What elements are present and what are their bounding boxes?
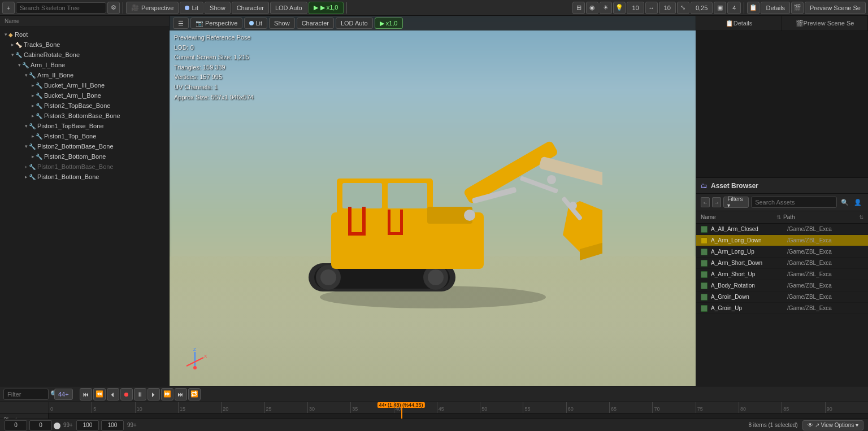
- preview-icon[interactable]: 🎬: [791, 2, 804, 14]
- step-prev-button[interactable]: ⏴: [107, 388, 119, 400]
- character-vp-label: Character: [302, 20, 329, 27]
- num1-btn[interactable]: 10: [627, 2, 644, 14]
- add-button[interactable]: +: [2, 2, 15, 14]
- tree-item-piston1top[interactable]: ▾ 🔧 Piston1_TopBase_Bone: [0, 121, 169, 131]
- asset-item-7[interactable]: A_Groin_Up/Game/ZBL_Exca: [696, 303, 868, 314]
- grid-num: 10: [632, 5, 639, 11]
- scale-icon[interactable]: ⤡: [677, 2, 689, 14]
- asset-search-input[interactable]: [751, 197, 837, 208]
- grid-icon[interactable]: ⊞: [572, 2, 585, 14]
- asset-item-3[interactable]: A_Arm_Short_Down/Game/ZBL_Exca: [696, 258, 868, 269]
- character-vp-btn[interactable]: Character: [297, 18, 334, 29]
- tree-item-root[interactable]: ▾ ◆ Root: [0, 29, 169, 40]
- lod-auto-button[interactable]: LOD Auto: [270, 2, 307, 14]
- timeline-ruler[interactable]: 44• (1,48) (%44,35) 05101520253035404550…: [49, 402, 868, 413]
- nav-forward-button[interactable]: →: [712, 197, 721, 207]
- num4-btn[interactable]: 4: [727, 2, 741, 14]
- skeleton-search-input[interactable]: [16, 2, 106, 14]
- tree-item-piston1botbase[interactable]: ▸ 🔧 Piston1_BottomBase_Bone: [0, 162, 169, 172]
- ruler-tick-35: 35: [350, 402, 358, 413]
- preview-tab[interactable]: 🎬 Preview Scene Se: [782, 16, 868, 31]
- view-options-button[interactable]: 👁 ↗ View Options ▾: [802, 420, 863, 430]
- details-tab[interactable]: 📋 Details: [696, 16, 782, 31]
- num3-btn[interactable]: 0,25: [691, 2, 713, 14]
- asset-item-4[interactable]: A_Arm_Short_Up/Game/ZBL_Exca: [696, 269, 868, 280]
- asset-item-2[interactable]: A_Arm_Long_Up/Game/ZBL_Exca: [696, 246, 868, 258]
- perspective-button[interactable]: 🎥 Perspective: [126, 2, 179, 14]
- piston3bot-arrow: ▸: [32, 113, 34, 119]
- playhead[interactable]: [401, 402, 402, 419]
- eye-icon: 👁: [808, 422, 813, 428]
- tree-item-piston3bot[interactable]: ▸ 🔧 Piston3_BottomBase_Bone: [0, 111, 169, 121]
- asset-path-6: /Game/ZBL_Exca: [787, 294, 863, 300]
- tree-item-piston1topb[interactable]: ▸ 🔧 Piston1_Top_Bone: [0, 131, 169, 141]
- frame-end-input[interactable]: [76, 420, 99, 430]
- preview-tab-btn[interactable]: Preview Scene Se: [805, 2, 866, 14]
- tree-item-tracks[interactable]: ▸ 🦴 Tracks_Bone: [0, 40, 169, 50]
- frame-count-button[interactable]: 44+: [54, 389, 73, 400]
- tree-item-arm2[interactable]: ▾ 🔧 Arm_II_Bone: [0, 70, 169, 80]
- lit-vp-btn[interactable]: Lit: [244, 18, 267, 29]
- timeline-filter-input[interactable]: [3, 389, 49, 400]
- timeline-scrubber[interactable]: [57, 423, 58, 428]
- tree-item-bucket1[interactable]: ▸ 🔧 Bucket_Arm_I_Bone: [0, 90, 169, 101]
- asset-item-0[interactable]: A_All_Arm_Closed/Game/ZBL_Exca: [696, 224, 868, 235]
- skeleton-tree[interactable]: ▾ ◆ Root ▸ 🦴 Tracks_Bone ▾ 🔧 CabineRotat…: [0, 27, 169, 386]
- settings-icon[interactable]: ⚙: [107, 2, 120, 14]
- asset-list: A_All_Arm_Closed/Game/ZBL_ExcaA_Arm_Long…: [696, 224, 868, 386]
- step-back-button[interactable]: ⏪: [93, 388, 106, 400]
- play-vp-btn[interactable]: ▶ x1,0: [375, 18, 403, 29]
- perspective-vp-btn[interactable]: 📷 Perspective: [190, 18, 242, 29]
- step-next-button[interactable]: ⏵: [147, 388, 160, 400]
- perspective-vp-icon: 📷: [196, 20, 203, 27]
- col-path-header: Path: [783, 214, 859, 220]
- frame-current-input[interactable]: [29, 420, 52, 430]
- tree-item-arm1[interactable]: ▾ 🔧 Arm_I_Bone: [0, 60, 169, 70]
- tree-item-piston2top[interactable]: ▸ 🔧 Piston2_TopBase_Bone: [0, 101, 169, 111]
- details-icon[interactable]: 📋: [747, 2, 760, 14]
- scrubber-thumb[interactable]: [54, 423, 60, 429]
- tree-item-bucket3[interactable]: ▸ 🔧 Bucket_Arm_III_Bone: [0, 80, 169, 90]
- piston1top-icon: 🔧: [29, 123, 36, 129]
- move-icon[interactable]: ↔: [645, 2, 658, 14]
- show-button[interactable]: Show: [205, 2, 231, 14]
- asset-item-6[interactable]: A_Groin_Down/Game/ZBL_Exca: [696, 291, 868, 303]
- piston1botbase-arrow: ▸: [25, 164, 28, 169]
- piston2botb-label: Piston2_Bottom_Bone: [44, 153, 106, 160]
- frame-end2-input[interactable]: [101, 420, 124, 430]
- asset-item-1[interactable]: A_Arm_Long_Down/Game/ZBL_Exca: [696, 235, 868, 246]
- loop-button[interactable]: 🔁: [188, 388, 201, 400]
- show-vp-btn[interactable]: Show: [269, 18, 295, 29]
- pause-button[interactable]: ⏸: [134, 388, 146, 400]
- tree-item-piston2botb[interactable]: ▸ 🔧 Piston2_Bottom_Bone: [0, 151, 169, 162]
- play-button[interactable]: ▶ ▶ x1,0: [309, 2, 344, 14]
- viewport[interactable]: ☰ 📷 Perspective Lit Show Character LOD A…: [170, 16, 696, 386]
- character-button[interactable]: Character: [232, 2, 269, 14]
- tree-item-piston2bot[interactable]: ▾ 🔧 Piston2_BottomBase_Bone: [0, 141, 169, 151]
- asset-item-5[interactable]: A_Body_Rotation/Game/ZBL_Exca: [696, 280, 868, 291]
- frame-start-input[interactable]: [5, 420, 27, 430]
- asset-search-icon[interactable]: 🔍: [839, 196, 850, 208]
- record-button[interactable]: ⏺: [120, 388, 133, 400]
- step-fwd-button[interactable]: ⏩: [161, 388, 173, 400]
- sun-icon[interactable]: ☀: [600, 2, 612, 14]
- bucket1-label: Bucket_Arm_I_Bone: [44, 92, 101, 99]
- tree-item-piston1bot[interactable]: ▸ 🔧 Piston1_Bottom_Bone: [0, 172, 169, 182]
- nav-back-button[interactable]: ←: [701, 197, 710, 207]
- timeline-ruler-area[interactable]: 44• (1,48) (%44,35) 05101520253035404550…: [49, 402, 868, 419]
- lit-button[interactable]: Lit: [180, 2, 203, 14]
- camera-icon[interactable]: ◉: [586, 2, 598, 14]
- light-icon[interactable]: 💡: [613, 2, 626, 14]
- lod-vp-btn[interactable]: LOD Auto: [336, 18, 373, 29]
- pivot-3: [569, 202, 577, 210]
- viewport-icon[interactable]: ▣: [714, 2, 726, 14]
- arm2-arrow: ▾: [25, 72, 28, 78]
- skip-start-button[interactable]: ⏮: [80, 388, 92, 400]
- filters-button[interactable]: Filters ▾: [723, 197, 749, 208]
- num2-btn[interactable]: 10: [659, 2, 676, 14]
- details-tab-btn[interactable]: Details: [761, 2, 790, 14]
- hamburger-menu[interactable]: ☰: [173, 18, 189, 29]
- skip-end-button[interactable]: ⏭: [175, 388, 187, 400]
- asset-user-icon[interactable]: 👤: [853, 196, 863, 208]
- tree-item-cabine[interactable]: ▾ 🔧 CabineRotate_Bone: [0, 50, 169, 60]
